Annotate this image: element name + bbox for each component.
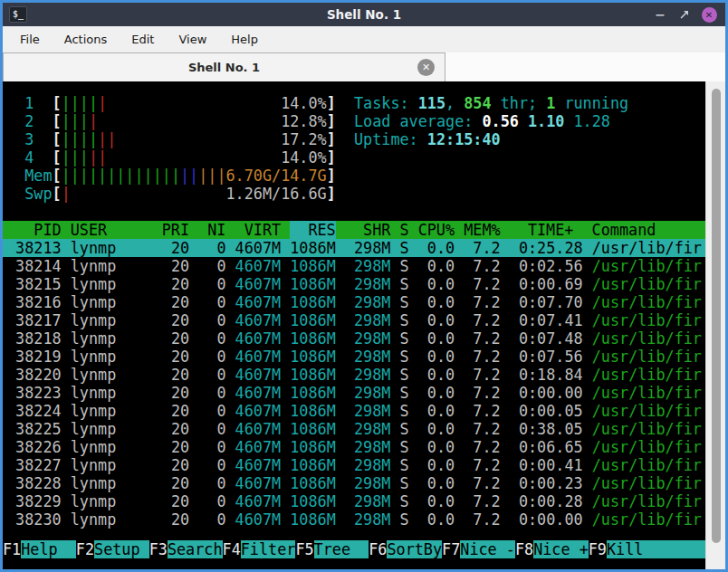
fnkey-f6[interactable]: F6 — [369, 540, 387, 558]
function-key-bar: F1Help F2Setup F3SearchF4FilterF5Tree F6… — [3, 540, 705, 558]
scrollbar[interactable] — [705, 81, 725, 569]
process-row[interactable]: 38216 lynmp 20 0 4607M 1086M 298M S 0.0 … — [3, 293, 705, 311]
menu-item-actions[interactable]: Actions — [64, 33, 108, 46]
process-row[interactable]: 38229 lynmp 20 0 4607M 1086M 298M S 0.0 … — [3, 492, 705, 510]
process-row[interactable]: 38220 lynmp 20 0 4607M 1086M 298M S 0.0 … — [3, 366, 705, 384]
fnlabel-f1[interactable]: Help — [21, 540, 76, 558]
fnlabel-f7[interactable]: Nice - — [460, 540, 515, 558]
fnlabel-f2[interactable]: Setup — [94, 540, 149, 558]
menu-item-help[interactable]: Help — [231, 33, 258, 46]
fnkey-f1[interactable]: F1 — [3, 540, 21, 558]
menu-item-view[interactable]: View — [178, 33, 206, 46]
meter-line: 3 [|||||| 17.2%] Uptime: 12:15:40 — [3, 130, 705, 148]
process-row[interactable]: 38213 lynmp 20 0 4607M 1086M 298M S 0.0 … — [3, 239, 705, 257]
process-row[interactable]: 38226 lynmp 20 0 4607M 1086M 298M S 0.0 … — [3, 438, 705, 456]
process-row[interactable]: 38217 lynmp 20 0 4607M 1086M 298M S 0.0 … — [3, 311, 705, 329]
fnkey-f8[interactable]: F8 — [515, 540, 533, 558]
fnkey-f7[interactable]: F7 — [442, 540, 460, 558]
fnbar-filler — [662, 540, 705, 558]
fnkey-f2[interactable]: F2 — [76, 540, 94, 558]
process-row[interactable]: 38223 lynmp 20 0 4607M 1086M 298M S 0.0 … — [3, 384, 705, 402]
maximize-button[interactable] — [676, 6, 693, 23]
process-row[interactable]: 38214 lynmp 20 0 4607M 1086M 298M S 0.0 … — [3, 257, 705, 275]
minimize-icon: − — [655, 10, 666, 19]
tab-label: Shell No. 1 — [188, 61, 260, 74]
menu-item-file[interactable]: File — [20, 33, 40, 46]
fnkey-f4[interactable]: F4 — [223, 540, 241, 558]
process-row[interactable]: 38219 lynmp 20 0 4607M 1086M 298M S 0.0 … — [3, 348, 705, 366]
process-row[interactable]: 38224 lynmp 20 0 4607M 1086M 298M S 0.0 … — [3, 402, 705, 420]
meter-line: 2 [|||| 12.8%] Load average: 0.56 1.10 1… — [3, 112, 705, 130]
fnlabel-f3[interactable]: Search — [168, 540, 223, 558]
menu-item-edit[interactable]: Edit — [131, 33, 154, 46]
tab-shell[interactable]: Shell No. 1 ✕ — [3, 52, 445, 81]
fnkey-f3[interactable]: F3 — [149, 540, 168, 558]
process-row[interactable]: 38228 lynmp 20 0 4607M 1086M 298M S 0.0 … — [3, 474, 705, 492]
process-row[interactable]: 38225 lynmp 20 0 4607M 1086M 298M S 0.0 … — [3, 420, 705, 438]
htop-output: 1 [||||| 14.0%] Tasks: 115, 854 thr; 1 r… — [3, 94, 705, 529]
tabbar: Shell No. 1 ✕ — [3, 52, 725, 81]
maximize-icon — [679, 9, 690, 20]
meter-line: Swp[| 1.26M/16.6G] — [3, 185, 705, 203]
blank-line — [3, 203, 705, 221]
meter-line: Mem[||||||||||||||||||6.70G/14.7G] — [3, 167, 705, 185]
fnlabel-f5[interactable]: Tree — [314, 540, 369, 558]
table-header[interactable]: PID USER PRI NI VIRT RES SHR S CPU% MEM%… — [3, 221, 705, 239]
scrollbar-thumb[interactable] — [712, 89, 721, 543]
fnlabel-f9[interactable]: Kill — [607, 540, 662, 558]
fnkey-f5[interactable]: F5 — [295, 540, 313, 558]
menubar: File Actions Edit View Help — [3, 26, 725, 52]
tab-close-button[interactable]: ✕ — [417, 59, 435, 76]
process-row[interactable]: 38215 lynmp 20 0 4607M 1086M 298M S 0.0 … — [3, 275, 705, 293]
fnkey-f9[interactable]: F9 — [589, 540, 607, 558]
window-title: Shell No. 1 — [3, 7, 725, 22]
terminal-screen[interactable]: 1 [||||| 14.0%] Tasks: 115, 854 thr; 1 r… — [3, 81, 705, 569]
process-row[interactable]: 38227 lynmp 20 0 4607M 1086M 298M S 0.0 … — [3, 456, 705, 474]
minimize-button[interactable]: − — [652, 6, 668, 23]
fnlabel-f8[interactable]: Nice + — [533, 540, 589, 558]
close-icon: ✕ — [702, 7, 717, 23]
terminal-window: $_ Shell No. 1 − ✕ File Actions Edit Vie… — [0, 0, 728, 572]
process-row[interactable]: 38218 lynmp 20 0 4607M 1086M 298M S 0.0 … — [3, 329, 705, 348]
meter-line: 4 [||||| 14.0%] — [3, 148, 705, 167]
titlebar[interactable]: $_ Shell No. 1 − ✕ — [3, 3, 725, 26]
process-row[interactable]: 38230 lynmp 20 0 4607M 1086M 298M S 0.0 … — [3, 510, 705, 529]
fnlabel-f6[interactable]: SortBy — [387, 540, 442, 558]
close-button[interactable]: ✕ — [701, 6, 717, 23]
fnlabel-f4[interactable]: Filter — [241, 540, 296, 558]
meter-line: 1 [||||| 14.0%] Tasks: 115, 854 thr; 1 r… — [3, 94, 705, 112]
